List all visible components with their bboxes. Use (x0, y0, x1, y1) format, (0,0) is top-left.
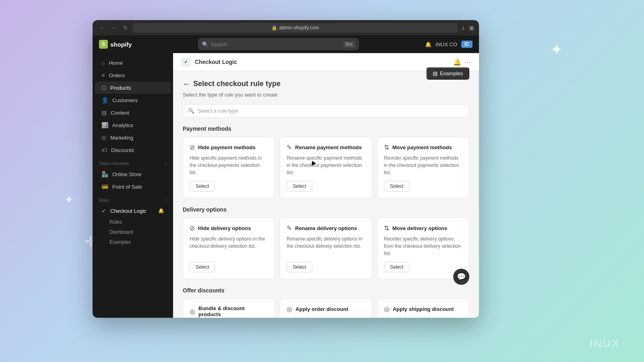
app-layout: ⌂ Home ≡ Orders ⬡ Products 👤 Customers ▤… (93, 35, 479, 318)
hide-payment-card: ⊘ Hide payment methods Hide specific pay… (183, 137, 275, 198)
search-icon: 🔍 (202, 41, 208, 47)
app-header-icon: ✓ (181, 57, 191, 67)
app-more-icon[interactable]: ⋯ (464, 58, 471, 66)
shopify-logo[interactable]: S shopify (99, 40, 132, 49)
search-placeholder-text: Search (211, 41, 227, 47)
rename-delivery-header: ✎ Rename delivery options (287, 224, 365, 232)
bell-icon[interactable]: 🔔 (425, 41, 431, 47)
browser-actions: ⤓ ▣ (461, 25, 474, 31)
sidebar-sub-rules[interactable]: Rules (95, 217, 171, 227)
search-shortcut: ⌘K (343, 41, 355, 47)
store-badge[interactable]: IC (461, 41, 473, 48)
apps-label: Apps (99, 197, 109, 202)
payment-methods-section-title: Payment methods (183, 125, 469, 132)
hide-delivery-select-btn[interactable]: Select (190, 262, 215, 272)
rule-search-placeholder: Select a rule type (198, 108, 238, 114)
checkout-logic-icon: ✓ (101, 208, 106, 214)
checkout-logic-left: ✓ Checkout Logic (101, 208, 147, 214)
sidebar-analytics-label: Analytics (112, 122, 133, 128)
inux-watermark: INUX (590, 337, 620, 350)
sidebar-item-home[interactable]: ⌂ Home (95, 57, 171, 69)
main-content: ✓ Checkout Logic 🔔 ⋯ ← Select checkout (173, 53, 479, 318)
checkout-logic-bell-icon[interactable]: 🔔 (158, 208, 164, 214)
rename-delivery-card: ✎ Rename delivery options Rename specifi… (280, 218, 372, 279)
sidebar-item-products[interactable]: ⬡ Products (95, 82, 171, 94)
sidebar-item-orders[interactable]: ≡ Orders (95, 69, 171, 81)
sidebar-toggle-icon[interactable]: ▣ (469, 25, 474, 31)
hide-payment-header: ⊘ Hide payment methods (190, 144, 268, 151)
customers-icon: 👤 (101, 97, 108, 103)
back-button[interactable]: ← Select checkout rule type (183, 79, 281, 88)
content-icon: ▤ (101, 109, 107, 116)
shopify-logo-icon: S (99, 40, 108, 49)
chat-button[interactable]: 💬 (453, 269, 469, 285)
rename-payment-select-btn[interactable]: Select (287, 181, 312, 191)
move-payment-select-btn[interactable]: Select (384, 181, 409, 191)
shipping-discount-desc: Apply a discount to the shipping cost fo… (384, 316, 462, 318)
sidebar-online-store-label: Online Store (112, 171, 141, 177)
page-title: Select checkout rule type (193, 80, 281, 88)
shopify-header: S shopify 🔍 Search ⌘K 🔔 INUX CO IC (93, 35, 479, 53)
move-delivery-select-btn[interactable]: Select (384, 262, 409, 272)
app-header-right: 🔔 ⋯ (453, 58, 471, 66)
sidebar-item-marketing[interactable]: ◎ Marketing (95, 132, 171, 144)
move-delivery-icon: ⇅ (384, 224, 389, 232)
hide-delivery-desc: Hide specific delivery options in the ch… (190, 235, 268, 257)
hide-payment-select-btn[interactable]: Select (190, 181, 215, 191)
move-payment-icon: ⇅ (384, 144, 389, 151)
examples-label: Examples (440, 70, 463, 76)
star-decoration-1: ✦ (550, 40, 564, 59)
app-header-title: Checkout Logic (195, 59, 237, 65)
rename-delivery-icon: ✎ (287, 224, 292, 232)
app-header-left: ✓ Checkout Logic (181, 57, 237, 67)
sidebar-item-content[interactable]: ▤ Content (95, 107, 171, 119)
online-store-icon: 🏪 (101, 171, 108, 177)
hide-delivery-card: ⊘ Hide delivery options Hide specific de… (183, 218, 275, 279)
store-name-text: INUX CO (436, 41, 457, 47)
refresh-nav-btn[interactable]: ↻ (122, 24, 130, 32)
app-bell-icon[interactable]: 🔔 (453, 58, 461, 66)
sidebar-orders-label: Orders (109, 72, 125, 78)
sales-channels-section: Sales channels › (93, 156, 173, 168)
apps-expand-icon[interactable]: › (165, 197, 167, 203)
shipping-discount-title: Apply shipping discount (393, 306, 454, 312)
rule-type-search[interactable]: 🔍 Select a rule type (183, 104, 469, 117)
sidebar-item-pos[interactable]: 💳 Point of Sale (95, 181, 171, 193)
hide-delivery-icon: ⊘ (190, 224, 195, 232)
back-nav-btn[interactable]: ← (97, 24, 106, 32)
bookmark-icon[interactable]: ⤓ (461, 25, 466, 31)
sidebar: ⌂ Home ≡ Orders ⬡ Products 👤 Customers ▤… (93, 53, 173, 318)
sidebar-sub-examples[interactable]: Examples (95, 237, 171, 247)
sidebar-item-online-store[interactable]: 🏪 Online Store (95, 168, 171, 180)
move-delivery-desc: Reorder specific delivery options from t… (384, 235, 462, 257)
move-payment-desc: Reorder specific payment methods in the … (384, 154, 462, 176)
discounts-icon: 🏷 (101, 147, 107, 153)
sidebar-item-customers[interactable]: 👤 Customers (95, 94, 171, 106)
delivery-options-grid: ⊘ Hide delivery options Hide specific de… (183, 218, 469, 279)
url-text: admin.shopify.com (279, 25, 319, 31)
lock-icon: 🔒 (271, 25, 277, 31)
forward-nav-btn[interactable]: → (109, 24, 118, 32)
sidebar-sub-dashboard[interactable]: Dashboard (95, 227, 171, 237)
analytics-icon: 📊 (101, 122, 108, 128)
shipping-discount-icon: ◎ (384, 305, 390, 313)
sidebar-discounts-label: Discounts (111, 147, 134, 153)
header-search[interactable]: 🔍 Search ⌘K (198, 38, 359, 50)
rename-payment-card: ✎ Rename payment methods Rename specific… (280, 137, 372, 198)
order-discount-desc: Apply a discount to the overall order to… (287, 316, 365, 318)
sidebar-item-checkout-logic[interactable]: ✓ Checkout Logic 🔔 (95, 205, 171, 217)
sidebar-customers-label: Customers (112, 97, 138, 103)
url-bar[interactable]: 🔒 admin.shopify.com (133, 23, 458, 33)
move-payment-title: Move payment methods (392, 144, 452, 150)
rename-payment-title: Rename payment methods (295, 144, 361, 150)
bundle-discount-icon: ◎ (190, 308, 195, 315)
sidebar-item-discounts[interactable]: 🏷 Discounts (95, 144, 171, 156)
sidebar-item-analytics[interactable]: 📊 Analytics (95, 119, 171, 131)
order-discount-header: ◎ Apply order discount (287, 305, 365, 313)
back-arrow-icon: ← (183, 79, 191, 88)
rename-delivery-select-btn[interactable]: Select (287, 262, 312, 272)
move-delivery-card: ⇅ Move delivery options Reorder specific… (377, 218, 469, 279)
bundle-discount-header: ◎ Bundle & discount products (190, 305, 268, 317)
examples-button[interactable]: ▤ Examples (426, 67, 469, 80)
sales-channels-expand-icon[interactable]: › (165, 160, 167, 166)
